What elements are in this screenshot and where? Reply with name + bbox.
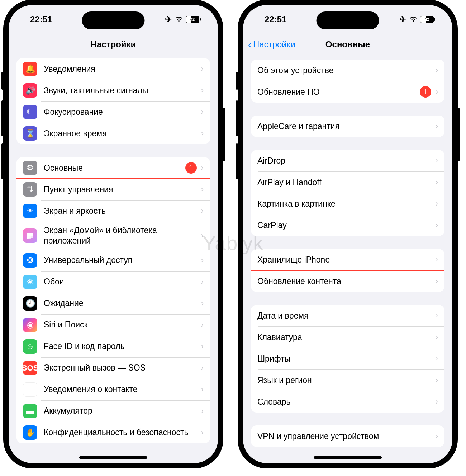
row-label: Экранное время (44, 128, 201, 139)
settings-row[interactable]: ☾Фокусирование› (16, 101, 210, 123)
wifi-icon (409, 14, 417, 24)
phone-frame-left: 22:51 ✈︎ 42 Настройки (4, 0, 223, 468)
settings-row[interactable]: VPN и управление устройством› (251, 425, 444, 447)
hourglass-icon: ⌛ (23, 126, 37, 141)
settings-row[interactable]: ▦Экран «Домой» и библиотека приложений› (16, 222, 210, 250)
settings-row[interactable]: 🔊Звуки, тактильные сигналы› (16, 80, 210, 101)
settings-row[interactable]: ▬Аккумулятор› (16, 400, 210, 422)
side-button (236, 143, 238, 179)
apps-icon: ▦ (23, 228, 37, 243)
wifi-icon (175, 14, 183, 24)
chevron-right-icon: › (436, 354, 438, 363)
row-label: CarPlay (257, 220, 436, 231)
settings-row[interactable]: ✋Конфиденциальность и безопасность› (16, 422, 210, 443)
settings-row[interactable]: ☀Экран и яркость› (16, 200, 210, 222)
back-button[interactable]: ‹ Настройки (248, 34, 295, 55)
settings-row[interactable]: SOSЭкстренный вызов — SOS› (16, 357, 210, 379)
page-title: Основные (325, 39, 370, 50)
settings-row[interactable]: Хранилище iPhone› (251, 249, 444, 270)
status-time: 22:51 (265, 14, 286, 24)
settings-row[interactable]: Об этом устройстве› (251, 60, 444, 81)
settings-row[interactable]: ❂Универсальный доступ› (16, 250, 210, 271)
settings-row[interactable]: AirDrop› (251, 150, 444, 171)
settings-row[interactable]: ⌛Экранное время› (16, 123, 210, 144)
siri-icon: ◉ (23, 318, 37, 332)
phone-frame-right: 22:51 ✈︎ 42 ‹ (238, 0, 457, 468)
settings-row[interactable]: ◉Siri и Поиск› (16, 314, 210, 336)
settings-row[interactable]: AppleCare и гарантия› (251, 116, 444, 137)
settings-row[interactable]: ❀Обои› (16, 271, 210, 293)
side-button (1, 143, 4, 179)
row-label: AppleCare и гарантия (257, 121, 436, 132)
settings-row[interactable]: ☀Уведомления о контакте› (16, 379, 210, 400)
row-label: Аккумулятор (44, 406, 201, 416)
settings-row[interactable]: Обновление ПО1› (251, 81, 444, 103)
settings-row[interactable]: CarPlay› (251, 215, 444, 236)
row-label: Словарь (257, 397, 436, 407)
settings-row[interactable]: 🔔Уведомления› (16, 58, 210, 80)
dynamic-island (317, 11, 379, 29)
chevron-right-icon: › (436, 87, 438, 96)
settings-row[interactable]: Дата и время› (251, 305, 444, 326)
sos-icon: SOS (23, 361, 37, 375)
battery-indicator: 42 (420, 16, 435, 23)
chevron-left-icon: ‹ (248, 39, 252, 50)
notification-badge: 1 (420, 86, 431, 98)
chevron-right-icon: › (436, 122, 438, 131)
chevron-right-icon: › (436, 333, 438, 342)
chevron-right-icon: › (436, 66, 438, 75)
row-label: Основные (44, 163, 185, 173)
row-label: Экран «Домой» и библиотека приложений (44, 225, 201, 246)
chevron-right-icon: › (201, 86, 204, 95)
chevron-right-icon: › (201, 406, 204, 416)
chevron-right-icon: › (201, 277, 204, 287)
chevron-right-icon: › (436, 199, 438, 208)
airplane-icon: ✈︎ (399, 14, 406, 24)
chevron-right-icon: › (201, 231, 204, 240)
faceid-icon: ☺ (23, 339, 37, 354)
row-label: AirDrop (257, 156, 436, 166)
status-time: 22:51 (30, 14, 52, 24)
chevron-right-icon: › (436, 178, 438, 187)
home-indicator[interactable] (314, 456, 382, 459)
chevron-right-icon: › (201, 342, 204, 351)
settings-row[interactable]: ⚙Основные1› (16, 157, 210, 179)
chevron-right-icon: › (436, 255, 438, 264)
chevron-right-icon: › (201, 129, 204, 138)
settings-row[interactable]: ⇅Пункт управления› (16, 179, 210, 200)
settings-group: AirDrop›AirPlay и Handoff›Картинка в кар… (251, 150, 444, 236)
battery-icon: ▬ (23, 404, 37, 418)
row-label: Обои (44, 277, 201, 287)
row-label: Уведомления (44, 64, 201, 74)
chevron-right-icon: › (201, 385, 204, 394)
row-label: Экстренный вызов — SOS (44, 363, 201, 373)
brightness-icon: ☀ (23, 204, 37, 218)
chevron-right-icon: › (436, 277, 438, 286)
chevron-right-icon: › (201, 64, 204, 74)
settings-group: Дата и время›Клавиатура›Шрифты›Язык и ре… (251, 305, 444, 413)
switches-icon: ⇅ (23, 182, 37, 197)
settings-row[interactable]: Обновление контента› (251, 270, 444, 292)
settings-row[interactable]: Клавиатура› (251, 326, 444, 348)
chevron-right-icon: › (201, 320, 204, 330)
settings-row[interactable]: ☺Face ID и код-пароль› (16, 336, 210, 357)
settings-row[interactable]: 🕗Ожидание› (16, 293, 210, 314)
chevron-right-icon: › (436, 156, 438, 165)
home-indicator[interactable] (79, 456, 147, 459)
wallpaper-icon: ❀ (23, 275, 37, 289)
chevron-right-icon: › (201, 206, 204, 216)
settings-row[interactable]: Словарь› (251, 391, 444, 413)
chevron-right-icon: › (436, 397, 438, 406)
settings-group: AppleCare и гарантия› (251, 116, 444, 137)
nav-header: Настройки (9, 34, 218, 55)
settings-group: VPN и управление устройством› (251, 425, 444, 447)
row-label: Face ID и код-пароль (44, 341, 201, 352)
page-title: Настройки (91, 39, 136, 50)
settings-row[interactable]: Картинка в картинке› (251, 193, 444, 215)
row-label: Универсальный доступ (44, 255, 201, 265)
settings-row[interactable]: Шрифты› (251, 348, 444, 369)
settings-row[interactable]: Язык и регион› (251, 369, 444, 391)
settings-row[interactable]: AirPlay и Handoff› (251, 171, 444, 193)
row-label: Фокусирование (44, 107, 201, 117)
chevron-right-icon: › (201, 256, 204, 265)
